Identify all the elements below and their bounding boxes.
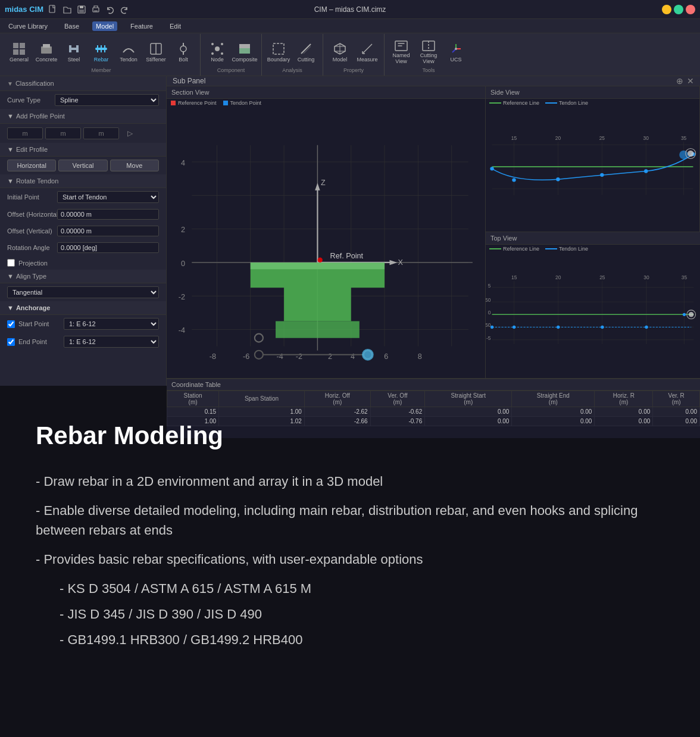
side-tendon-legend: Tendon Line xyxy=(545,100,588,106)
profile-input-x[interactable] xyxy=(7,127,43,139)
horizontal-button[interactable]: Horizontal xyxy=(7,160,56,171)
align-type-header[interactable]: ▼ Align Type xyxy=(0,270,166,283)
toolbar-items-property: Model Measure xyxy=(327,38,380,66)
svg-text:-6: -6 xyxy=(243,352,249,361)
menu-item-edit[interactable]: Edit xyxy=(166,21,185,31)
cell-station-1: 0.15 xyxy=(167,407,219,416)
svg-point-131 xyxy=(645,326,648,329)
svg-point-102 xyxy=(679,151,688,160)
section-legend: Reference Point Tendon Point xyxy=(167,99,485,107)
toolbar-btn-composite[interactable]: Composite xyxy=(232,38,258,66)
end-point-select[interactable]: 1: E 6-12 xyxy=(64,336,159,348)
start-point-select[interactable]: 1: E 6-12 xyxy=(64,318,159,330)
side-view-svg: 15 20 25 30 35 xyxy=(486,107,699,226)
toolbar-btn-cutting-view[interactable]: Cutting View xyxy=(415,38,442,66)
cutting-view-label: Cutting View xyxy=(417,53,440,65)
ucs-icon xyxy=(448,40,464,57)
save-icon[interactable] xyxy=(77,5,86,14)
svg-text:4: 4 xyxy=(181,159,185,167)
sub-feature-item-3: - GB1499.1 HRB300 / GB1499.2 HRB400 xyxy=(60,630,664,649)
move-button[interactable]: Move xyxy=(110,160,159,171)
toolbar-btn-concrete[interactable]: Concrete xyxy=(33,38,60,66)
vertical-button[interactable]: Vertical xyxy=(58,160,107,171)
edit-profile-header[interactable]: ▼ Edit Profile xyxy=(0,143,166,157)
toolbar-btn-general[interactable]: General xyxy=(6,38,32,66)
toolbar-btn-cutting[interactable]: Cutting xyxy=(293,38,319,66)
sub-panel-pin-button[interactable]: ⊕ xyxy=(676,76,683,86)
toolbar-btn-model[interactable]: Model xyxy=(327,38,353,66)
toolbar-btn-named-view[interactable]: Named View xyxy=(388,38,414,66)
start-point-label: Start Point xyxy=(18,320,60,327)
svg-text:6: 6 xyxy=(384,352,388,361)
redo-icon[interactable] xyxy=(120,5,129,14)
menu-item-feature[interactable]: Feature xyxy=(127,21,157,31)
measure-icon xyxy=(359,40,376,57)
toolbar-btn-bolt[interactable]: Bolt xyxy=(170,38,196,66)
svg-point-128 xyxy=(512,326,515,329)
maximize-button[interactable] xyxy=(674,5,683,14)
toolbar-btn-stiffener[interactable]: Stiffener xyxy=(143,38,169,66)
profile-input-y[interactable] xyxy=(45,127,81,139)
sub-panel-title: Sub Panel xyxy=(173,77,205,85)
rotation-angle-input[interactable] xyxy=(57,242,159,253)
toolbar-btn-rebar[interactable]: Rebar xyxy=(88,38,114,66)
minimize-button[interactable] xyxy=(662,5,671,14)
undo-icon[interactable] xyxy=(105,5,115,14)
rotate-tendon-header[interactable]: ▼ Rotate Tendon xyxy=(0,174,166,188)
align-type-select[interactable]: Tangential Horizontal Vertical xyxy=(7,286,159,298)
svg-point-134 xyxy=(689,312,693,317)
curve-type-select[interactable]: Spline Line Arc xyxy=(55,94,159,106)
cell-ver-off-2: -0.76 xyxy=(370,416,425,426)
cell-horiz-off-1: -2.62 xyxy=(304,407,370,416)
projection-label: Projection xyxy=(18,260,48,267)
offset-horizontal-input[interactable] xyxy=(57,209,159,220)
align-type-label: Align Type xyxy=(16,273,46,280)
toolbar-btn-measure[interactable]: Measure xyxy=(354,38,380,66)
svg-text:5: 5 xyxy=(488,283,491,289)
menu-item-model[interactable]: Model xyxy=(92,21,117,31)
svg-text:25: 25 xyxy=(599,135,605,141)
classification-header[interactable]: ▼ Classification xyxy=(0,76,166,91)
svg-rect-9 xyxy=(20,49,25,55)
profile-input-z[interactable] xyxy=(83,127,119,139)
svg-rect-39 xyxy=(171,101,176,105)
toolbar-btn-ucs[interactable]: UCS xyxy=(443,38,469,66)
boundary-icon xyxy=(270,40,287,57)
cutting-view-icon xyxy=(420,39,437,53)
end-point-checkbox[interactable] xyxy=(7,338,15,346)
start-point-checkbox[interactable] xyxy=(7,320,15,328)
svg-text:15: 15 xyxy=(511,274,517,280)
toolbar-btn-tendon[interactable]: Tendon xyxy=(115,38,142,66)
new-file-icon[interactable] xyxy=(48,5,58,14)
svg-point-18 xyxy=(180,46,186,52)
menu-item-base[interactable]: Base xyxy=(61,21,83,31)
svg-text:X: X xyxy=(398,258,404,267)
main-area: ▼ Classification Curve Type Spline Line … xyxy=(0,76,700,386)
curve-type-label: Curve Type xyxy=(7,96,55,104)
svg-point-129 xyxy=(557,326,560,329)
bottom-section: Rebar Modeling - Draw rebar in a 2D envi… xyxy=(0,386,700,737)
svg-text:-4: -4 xyxy=(276,352,283,361)
projection-checkbox[interactable] xyxy=(7,259,15,267)
sub-panel-close-button[interactable]: ✕ xyxy=(687,76,694,86)
col-header-horiz-off: Horiz. Off(m) xyxy=(304,391,370,407)
views-top: Section View Reference Point Tendon Poin… xyxy=(167,86,700,379)
svg-rect-11 xyxy=(43,44,50,48)
initial-point-select[interactable]: Start of Tendon End of Tendon xyxy=(57,191,159,203)
add-profile-header[interactable]: ▼ Add Profile Point xyxy=(0,109,166,124)
menu-item-curve-library[interactable]: Curve Library xyxy=(5,21,51,31)
toolbar-btn-boundary[interactable]: Boundary xyxy=(265,38,292,66)
close-button[interactable] xyxy=(686,5,695,14)
composite-icon xyxy=(236,40,253,57)
bolt-icon xyxy=(175,40,192,57)
svg-text:30: 30 xyxy=(643,135,649,141)
anchorage-header[interactable]: ▼ Anchorage xyxy=(0,301,166,315)
ref-point-legend-label: Reference Point xyxy=(178,100,217,106)
offset-vertical-input[interactable] xyxy=(57,226,159,236)
col-header-ver-r: Ver. R(m) xyxy=(653,391,700,407)
print-icon[interactable] xyxy=(91,5,101,14)
section-view-content: -8 -6 -4 -2 2 4 6 8 4 2 xyxy=(167,107,485,378)
toolbar-btn-node[interactable]: Node xyxy=(204,38,230,66)
open-file-icon[interactable] xyxy=(62,5,72,14)
toolbar-btn-steel[interactable]: Steel xyxy=(61,38,87,66)
